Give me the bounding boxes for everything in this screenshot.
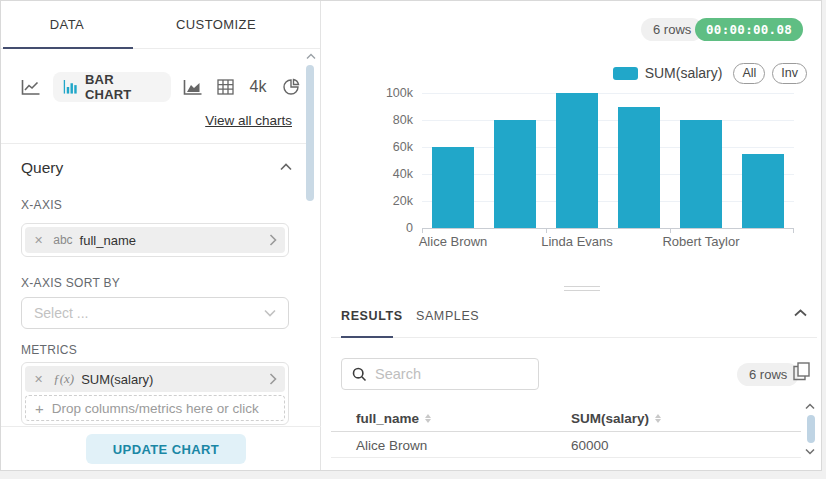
pie-chart-icon[interactable] bbox=[275, 78, 307, 96]
sort-icon[interactable] bbox=[425, 414, 431, 423]
cell-full-name: Alice Brown bbox=[356, 438, 427, 453]
data-panel: DATA CUSTOMIZE BAR CHART bbox=[1, 1, 321, 470]
metric-type-badge: ƒ(x) bbox=[53, 371, 74, 387]
remove-icon[interactable]: ✕ bbox=[34, 234, 43, 247]
x-axis-labels: Alice BrownLinda EvansRobert Taylor bbox=[422, 234, 794, 250]
x-axis-column-name: full_name bbox=[80, 233, 269, 248]
x-tick-label: Linda Evans bbox=[541, 234, 613, 249]
section-divider bbox=[1, 143, 309, 144]
column-header-full-name[interactable]: full_name bbox=[356, 411, 431, 426]
view-all-charts-link[interactable]: View all charts bbox=[205, 113, 292, 128]
tab-results[interactable]: RESULTS bbox=[341, 309, 403, 323]
x-axis-label: X-AXIS bbox=[21, 198, 62, 212]
results-collapse-icon[interactable] bbox=[794, 309, 807, 317]
results-row-count-badge: 6 rows bbox=[737, 363, 799, 386]
column-header-label: SUM(salary) bbox=[571, 411, 649, 426]
search-icon bbox=[352, 367, 367, 382]
bar[interactable] bbox=[494, 120, 536, 228]
axis-tick bbox=[793, 229, 794, 233]
gridline bbox=[422, 147, 794, 148]
bar[interactable] bbox=[742, 154, 784, 228]
copy-icon[interactable] bbox=[793, 362, 810, 381]
column-header-sum-salary[interactable]: SUM(salary) bbox=[571, 411, 661, 426]
table-icon[interactable] bbox=[209, 79, 241, 95]
table-scrollbar-thumb[interactable] bbox=[807, 415, 815, 443]
column-header-label: full_name bbox=[356, 411, 419, 426]
x-axis-value-pill[interactable]: ✕ abc full_name bbox=[25, 227, 285, 253]
legend-series-label[interactable]: SUM(salary) bbox=[645, 65, 723, 81]
metrics-dropzone[interactable]: + Drop columns/metrics here or click bbox=[25, 395, 285, 421]
results-table-header: full_name SUM(salary) bbox=[331, 405, 801, 432]
table-scroll-down-icon[interactable] bbox=[805, 448, 815, 455]
legend-all-button[interactable]: All bbox=[733, 63, 765, 84]
update-chart-button[interactable]: UPDATE CHART bbox=[86, 434, 246, 464]
y-tick-label: 80k bbox=[393, 113, 413, 127]
bar[interactable] bbox=[556, 93, 598, 228]
viz-type-row: BAR CHART 4k bbox=[15, 72, 307, 102]
tab-customize[interactable]: CUSTOMIZE bbox=[133, 1, 299, 49]
table-row[interactable]: Alice Brown 60000 bbox=[331, 432, 801, 458]
gridline bbox=[422, 174, 794, 175]
bar[interactable] bbox=[680, 120, 722, 228]
active-results-tab-indicator bbox=[341, 336, 393, 338]
x-axis-sort-label: X-AXIS SORT BY bbox=[21, 276, 120, 290]
x-axis-line bbox=[422, 228, 794, 229]
metrics-control: ✕ ƒ(x) SUM(salary) + Drop columns/metric… bbox=[21, 362, 289, 425]
tab-samples[interactable]: SAMPLES bbox=[416, 309, 479, 323]
metric-value-pill[interactable]: ✕ ƒ(x) SUM(salary) bbox=[25, 366, 285, 392]
metrics-label: METRICS bbox=[21, 343, 77, 357]
panel-tabs-bar: DATA CUSTOMIZE bbox=[1, 1, 320, 49]
viz-type-label: BAR CHART bbox=[85, 72, 159, 102]
chevron-down-icon bbox=[264, 309, 276, 317]
gridline bbox=[422, 93, 794, 94]
panel-resize-handle[interactable] bbox=[564, 286, 600, 294]
bar-chart-icon bbox=[63, 79, 78, 95]
line-chart-icon[interactable] bbox=[15, 79, 47, 96]
viz-type-bar-chart[interactable]: BAR CHART bbox=[53, 72, 171, 102]
results-search[interactable] bbox=[341, 358, 539, 390]
bar-plot bbox=[422, 93, 794, 228]
axis-tick bbox=[670, 229, 671, 233]
query-collapse-icon[interactable] bbox=[280, 163, 292, 171]
y-tick-label: 0 bbox=[406, 221, 413, 235]
y-tick-label: 60k bbox=[393, 140, 413, 154]
gridline bbox=[422, 201, 794, 202]
gridline bbox=[422, 120, 794, 121]
table-scroll-up-icon[interactable] bbox=[805, 403, 815, 410]
y-tick-label: 100k bbox=[386, 86, 413, 100]
x-tick-label: Alice Brown bbox=[419, 234, 488, 249]
footer-divider bbox=[1, 426, 321, 427]
x-axis-control: ✕ abc full_name bbox=[21, 223, 289, 257]
legend-swatch[interactable] bbox=[613, 67, 638, 80]
axis-tick bbox=[422, 229, 423, 233]
plus-icon: + bbox=[35, 400, 44, 417]
results-tabs-bar: RESULTS SAMPLES bbox=[331, 301, 817, 338]
sort-icon[interactable] bbox=[655, 414, 661, 423]
remove-icon[interactable]: ✕ bbox=[34, 373, 43, 386]
search-input[interactable] bbox=[375, 366, 528, 382]
bar[interactable] bbox=[618, 107, 660, 229]
chart-row-count-badge: 6 rows bbox=[641, 18, 703, 41]
select-placeholder: Select ... bbox=[34, 305, 264, 321]
x-tick-label: Robert Taylor bbox=[662, 234, 739, 249]
y-tick-label: 20k bbox=[393, 194, 413, 208]
big-number-icon[interactable]: 4k bbox=[241, 78, 275, 96]
metric-name: SUM(salary) bbox=[81, 372, 269, 387]
active-tab-indicator bbox=[3, 47, 133, 49]
x-axis-sort-select[interactable]: Select ... bbox=[21, 297, 289, 329]
cell-sum-salary: 60000 bbox=[571, 438, 609, 453]
dropzone-text: Drop columns/metrics here or click bbox=[52, 401, 259, 416]
query-section-title: Query bbox=[21, 159, 63, 177]
tab-data[interactable]: DATA bbox=[1, 1, 133, 49]
chevron-right-icon[interactable] bbox=[269, 373, 277, 385]
y-tick-label: 40k bbox=[393, 167, 413, 181]
panel-scroll-up-icon[interactable] bbox=[306, 53, 316, 60]
y-axis-labels: 020k40k60k80k100k bbox=[373, 93, 413, 228]
app-window: DATA CUSTOMIZE BAR CHART bbox=[0, 0, 822, 471]
bar[interactable] bbox=[432, 147, 474, 228]
legend-inv-button[interactable]: Inv bbox=[772, 63, 807, 84]
axis-tick bbox=[546, 229, 547, 233]
chevron-right-icon[interactable] bbox=[269, 234, 277, 246]
area-chart-icon[interactable] bbox=[177, 79, 209, 96]
panel-scrollbar-thumb[interactable] bbox=[306, 65, 314, 201]
